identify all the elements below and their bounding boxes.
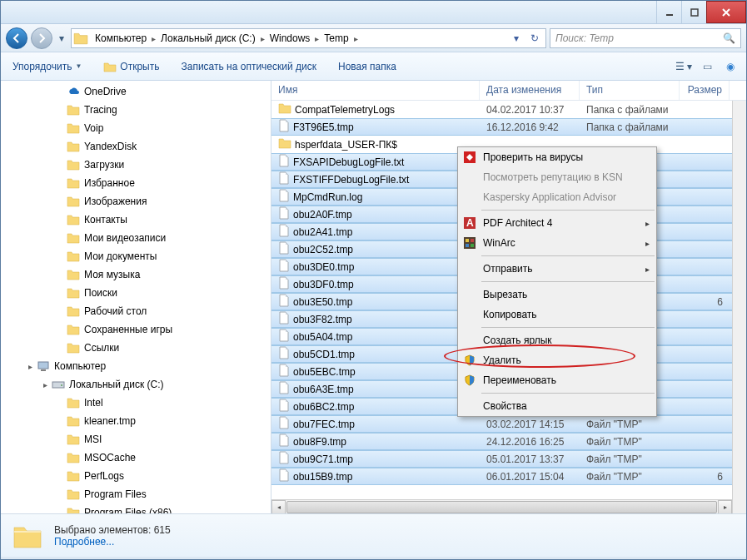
refresh-icon[interactable]: ↻ <box>525 29 544 47</box>
open-button[interactable]: Открыть <box>98 57 164 76</box>
preview-pane-button[interactable]: ▭ <box>698 57 716 76</box>
file-row[interactable]: obu9C71.tmp05.01.2017 13:37Файл "TMP" <box>271 450 746 468</box>
explorer-window: ▾ Компьютер▸Локальный диск (C:)▸Windows▸… <box>0 0 747 560</box>
tree-item[interactable]: MSI <box>1 430 271 448</box>
context-menu-separator <box>481 393 655 394</box>
context-menu-item[interactable]: Вырезать <box>458 285 656 305</box>
burn-button[interactable]: Записать на оптический диск <box>176 57 321 76</box>
chevron-right-icon[interactable]: ▸ <box>313 34 321 43</box>
nav-history-dropdown[interactable]: ▾ <box>56 32 67 44</box>
breadcrumb-item[interactable]: Temp <box>321 32 351 44</box>
tree-item[interactable]: Мои документы <box>1 247 271 265</box>
status-more-link[interactable]: Подробнее... <box>54 536 171 548</box>
context-menu-item[interactable]: Посмотреть репутацию в KSN <box>458 167 656 187</box>
tree-item[interactable]: Voip <box>1 119 271 137</box>
ctx-item-label: Отправить <box>483 263 533 275</box>
context-menu-item[interactable]: Свойства <box>458 396 656 416</box>
file-icon <box>278 259 290 275</box>
tree-item[interactable]: MSOCache <box>1 448 271 467</box>
address-dropdown-icon[interactable]: ▾ <box>507 29 525 47</box>
ctx-item-icon <box>463 236 476 250</box>
breadcrumb-item[interactable]: Windows <box>266 32 314 44</box>
file-name: MpCmdRun.log <box>293 191 362 203</box>
column-date[interactable]: Дата изменения <box>480 81 580 100</box>
search-input[interactable]: Поиск: Temp 🔍 <box>550 28 741 48</box>
file-row[interactable]: F3T96E5.tmp16.12.2016 9:42Папка с файлам… <box>271 118 746 136</box>
close-button[interactable] <box>706 1 746 23</box>
file-row[interactable]: obu7FEC.tmp03.02.2017 14:15Файл "TMP" <box>271 415 746 433</box>
view-options-button[interactable]: ☰ ▾ <box>675 57 693 76</box>
breadcrumb-item[interactable]: Компьютер <box>92 32 150 44</box>
tree-item-label: YandexDisk <box>84 141 137 152</box>
help-button[interactable]: ◉ <box>721 57 740 76</box>
forward-button[interactable] <box>31 27 52 49</box>
breadcrumb-item[interactable]: Локальный диск (C:) <box>157 32 259 44</box>
context-menu-item[interactable]: Kaspersky Application Advisor <box>458 187 656 207</box>
tree-item-label: OneDrive <box>84 86 127 97</box>
tree-item[interactable]: OneDrive <box>1 82 271 101</box>
tree-item[interactable]: Избранное <box>1 174 271 192</box>
tree-item[interactable]: Ссылки <box>1 339 271 357</box>
context-menu-item[interactable]: Создать ярлык <box>458 330 656 350</box>
ctx-item-icon <box>463 354 476 367</box>
svg-rect-3 <box>41 369 46 371</box>
context-menu: Проверить на вирусыПосмотреть репутацию … <box>457 146 657 417</box>
context-menu-item[interactable]: APDF Architect 4▸ <box>458 213 656 233</box>
chevron-right-icon[interactable]: ▸ <box>150 34 157 43</box>
maximize-button[interactable] <box>681 1 706 23</box>
context-menu-item[interactable]: Проверить на вирусы <box>458 147 656 167</box>
context-menu-item[interactable]: Переименовать <box>458 370 656 390</box>
tree-item[interactable]: Моя музыка <box>1 265 271 284</box>
tree-item[interactable]: Контакты <box>1 211 271 229</box>
tree-expand-icon[interactable]: ▸ <box>24 362 36 371</box>
horizontal-scrollbar[interactable]: ◂▸ <box>271 499 732 513</box>
chevron-right-icon[interactable]: ▸ <box>259 34 266 43</box>
tree-item-label: MSI <box>84 434 102 445</box>
tree-expand-icon[interactable]: ▸ <box>39 380 51 389</box>
tree-item-label: Intel <box>84 397 103 409</box>
ctx-item-label: Копировать <box>483 309 537 320</box>
tree-item[interactable]: Изображения <box>1 192 271 211</box>
file-icon <box>278 416 290 432</box>
tree-item[interactable]: Сохраненные игры <box>1 320 271 339</box>
organize-button[interactable]: Упорядочить▼ <box>7 57 87 76</box>
context-menu-item[interactable]: WinArc▸ <box>458 233 656 253</box>
tree-item[interactable]: kleaner.tmp <box>1 412 271 430</box>
tree-sidebar[interactable]: OneDriveTracingVoipYandexDiskЗагрузкиИзб… <box>1 81 271 513</box>
tree-item[interactable]: Intel <box>1 394 271 412</box>
context-menu-item[interactable]: Отправить▸ <box>458 259 656 279</box>
tree-item[interactable]: Мои видеозаписи <box>1 229 271 247</box>
vertical-scrollbar[interactable] <box>732 101 746 513</box>
file-icon <box>278 119 290 135</box>
chevron-right-icon[interactable]: ▸ <box>352 34 360 43</box>
file-row[interactable]: obu15B9.tmp06.01.2017 15:04Файл "TMP"6 <box>271 468 746 485</box>
folder-icon <box>278 137 291 151</box>
address-bar[interactable]: Компьютер▸Локальный диск (C:)▸Windows▸Te… <box>71 28 546 48</box>
ctx-item-label: Kaspersky Application Advisor <box>483 191 616 203</box>
file-icon <box>278 206 290 222</box>
column-type[interactable]: Тип <box>580 81 680 100</box>
file-row[interactable]: CompatTelemetryLogs04.02.2017 10:37Папка… <box>271 101 746 118</box>
tree-item[interactable]: ▸Компьютер <box>1 357 271 375</box>
tree-item[interactable]: Tracing <box>1 101 271 119</box>
tree-item[interactable]: Поиски <box>1 284 271 302</box>
tree-item[interactable]: Загрузки <box>1 156 271 174</box>
tree-item[interactable]: PerfLogs <box>1 467 271 485</box>
column-size[interactable]: Размер <box>680 81 730 100</box>
tree-item[interactable]: ▸Локальный диск (C:) <box>1 375 271 394</box>
tree-item[interactable]: Рабочий стол <box>1 302 271 320</box>
folder-icon <box>66 451 81 464</box>
column-name[interactable]: Имя <box>271 81 480 100</box>
context-menu-item[interactable]: Копировать <box>458 305 656 325</box>
file-row[interactable]: obu8F9.tmp24.12.2016 16:25Файл "TMP" <box>271 433 746 450</box>
tree-item[interactable]: Program Files <box>1 485 271 503</box>
new-folder-button[interactable]: Новая папка <box>333 57 401 76</box>
svg-rect-11 <box>471 239 474 242</box>
context-menu-item[interactable]: Удалить <box>458 350 656 370</box>
tree-item[interactable]: YandexDisk <box>1 137 271 156</box>
tree-item-label: PerfLogs <box>84 470 124 482</box>
tree-item[interactable]: Program Files (x86) <box>1 503 271 513</box>
back-button[interactable] <box>6 27 27 49</box>
minimize-button[interactable] <box>656 1 681 23</box>
file-name: obu8F9.tmp <box>293 436 346 448</box>
